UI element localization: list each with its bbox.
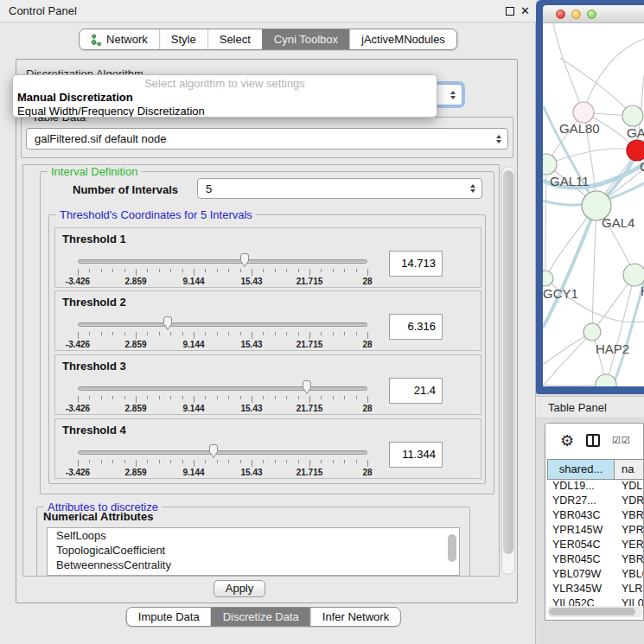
- tab-label: Discretize Data: [223, 608, 299, 626]
- threshold-value-field[interactable]: 6.316: [389, 314, 443, 340]
- network-tab-icon: [91, 34, 102, 46]
- bottom-tab-impute-data[interactable]: Impute Data: [127, 608, 211, 626]
- table-toolbar: ⚙ ☑☑: [545, 424, 644, 459]
- bottom-tab-infer-network[interactable]: Infer Network: [310, 608, 400, 626]
- column-header-name[interactable]: na: [615, 459, 644, 480]
- table-panel-titlebar: Table Panel: [536, 396, 644, 418]
- number-of-intervals-spinner[interactable]: 5: [197, 178, 482, 199]
- slider-handle[interactable]: [162, 316, 174, 331]
- table-header: shared... na: [547, 459, 644, 480]
- scrollbar-thumb[interactable]: [448, 534, 456, 562]
- network-node[interactable]: [596, 374, 616, 386]
- threshold-value-field[interactable]: 11.344: [389, 442, 443, 468]
- threshold-value-field[interactable]: 21.4: [389, 378, 443, 404]
- slider-track[interactable]: [78, 259, 367, 264]
- network-node[interactable]: [622, 105, 643, 126]
- close-traffic-light[interactable]: [556, 10, 565, 19]
- tab-style[interactable]: Style: [159, 29, 207, 49]
- slider-handle[interactable]: [207, 443, 220, 459]
- slider-handle[interactable]: [239, 252, 251, 268]
- tab-label: Network: [106, 29, 148, 49]
- slider-ticks: [78, 460, 367, 468]
- slider-handle[interactable]: [301, 379, 313, 395]
- thresholds-group: Threshold's Coordinates for 5 Intervals …: [48, 214, 486, 484]
- node-label: GAL80: [559, 121, 600, 136]
- network-node[interactable]: [573, 102, 594, 123]
- slider-track[interactable]: [78, 450, 367, 455]
- control-panel-titlebar: Control Panel ✕: [0, 0, 536, 22]
- threshold-label: Threshold 3: [62, 360, 126, 373]
- cell-name: YDR2: [615, 494, 644, 509]
- network-node[interactable]: [583, 323, 601, 341]
- columns-icon[interactable]: [586, 434, 600, 447]
- zoom-traffic-light[interactable]: [587, 10, 596, 19]
- tab-cyni-toolbox[interactable]: Cyni Toolbox: [262, 29, 349, 49]
- control-panel: Control Panel ✕ NetworkStyleSelectCyni T…: [0, 0, 536, 644]
- network-node-selected[interactable]: [627, 140, 644, 161]
- node-label: HAP2: [596, 341, 629, 356]
- table-row[interactable]: YDL19...YDL1: [547, 480, 644, 494]
- tab-label: Impute Data: [138, 608, 200, 626]
- table-row[interactable]: YIL052CYIL0: [547, 597, 644, 606]
- cell-shared-name: YER054C: [547, 539, 615, 553]
- cell-name: YBL0: [615, 568, 644, 583]
- node-label: C: [640, 159, 644, 174]
- tab-network[interactable]: Network: [80, 29, 159, 49]
- settings-vertical-scrollbar[interactable]: [501, 166, 515, 575]
- network-node[interactable]: [543, 271, 553, 286]
- apply-button[interactable]: Apply: [214, 580, 265, 597]
- cell-shared-name: YBL079W: [547, 568, 615, 583]
- tab-select[interactable]: Select: [207, 29, 262, 49]
- minimize-traffic-light[interactable]: [571, 10, 581, 19]
- node-label: H: [641, 284, 644, 298]
- table-row[interactable]: YBL079WYBL0: [547, 568, 644, 583]
- cell-name: YLR3: [615, 583, 644, 597]
- table-row[interactable]: YPR145WYPR1: [547, 524, 644, 539]
- slider-tick-labels: -3.4262.8599.14415.4321.71528: [78, 277, 367, 287]
- screen: Control Panel ✕ NetworkStyleSelectCyni T…: [0, 0, 644, 644]
- threshold-panel-1: Threshold 1-3.4262.8599.14415.4321.71528…: [54, 227, 481, 288]
- float-window-icon[interactable]: [506, 7, 514, 16]
- table-data-value: galFiltered.sif default node: [35, 132, 166, 145]
- network-canvas[interactable]: GAL80 GA C GAL11 GAL4 GCY1 H HAP2: [543, 23, 644, 386]
- slider-track[interactable]: [78, 386, 367, 391]
- node-label: GA: [627, 125, 644, 140]
- gear-icon[interactable]: ⚙: [560, 431, 574, 450]
- network-view-window: GAL80 GA C GAL11 GAL4 GCY1 H HAP2: [536, 0, 644, 394]
- scrollbar-thumb[interactable]: [549, 608, 635, 615]
- threshold-panel-4: Threshold 4-3.4262.8599.14415.4321.71528…: [54, 418, 481, 479]
- table-row[interactable]: YDR27...YDR2: [547, 494, 644, 509]
- cell-name: YPR1: [615, 524, 644, 539]
- table-row[interactable]: YER054CYER0: [547, 539, 644, 553]
- list-scrollbar[interactable]: [448, 531, 456, 572]
- table-horizontal-scrollbar[interactable]: [547, 606, 643, 617]
- node-label: GAL4: [602, 215, 634, 230]
- bottom-tab-discretize-data[interactable]: Discretize Data: [211, 608, 310, 626]
- tab-jactivemnodules[interactable]: jActiveMNodules: [349, 29, 456, 49]
- scrollbar-thumb[interactable]: [503, 170, 513, 554]
- dropdown-option-equal-width[interactable]: Equal Width/Frequency Discretization: [13, 105, 437, 118]
- threshold-value-field[interactable]: 14.713: [389, 251, 443, 277]
- table-data-combobox[interactable]: galFiltered.sif default node: [26, 128, 508, 150]
- close-icon[interactable]: ✕: [520, 4, 530, 17]
- cell-name: YDL1: [615, 480, 644, 494]
- attribute-item-topologicalcoefficient[interactable]: TopologicalCoefficient: [48, 543, 459, 558]
- attribute-item-betweennesscentrality[interactable]: BetweennessCentrality: [48, 558, 459, 572]
- table-row[interactable]: YBR045CYBR0: [547, 553, 644, 568]
- network-window-titlebar[interactable]: [543, 5, 644, 23]
- cell-shared-name: YDL19...: [547, 480, 615, 494]
- table-row[interactable]: YBR043CYBR0: [547, 509, 644, 524]
- attribute-item-selfloops[interactable]: SelfLoops: [48, 528, 459, 543]
- thresholds-group-label: Threshold's Coordinates for 5 Intervals: [56, 208, 256, 221]
- node-label: GCY1: [543, 286, 578, 301]
- slider-ticks: [78, 332, 367, 340]
- tab-label: jActiveMNodules: [361, 29, 445, 49]
- numerical-attributes-list[interactable]: SelfLoopsTopologicalCoefficientBetweenne…: [47, 527, 460, 576]
- table-row[interactable]: YLR345WYLR3: [547, 583, 644, 597]
- dropdown-option-manual[interactable]: Manual Discretization: [13, 91, 437, 105]
- slider-track[interactable]: [78, 322, 367, 327]
- tab-bar: NetworkStyleSelectCyni ToolboxjActiveMNo…: [79, 29, 457, 50]
- tab-label: Cyni Toolbox: [274, 29, 338, 49]
- select-columns-icon[interactable]: ☑☑: [612, 435, 631, 446]
- column-header-shared-name[interactable]: shared...: [547, 459, 615, 480]
